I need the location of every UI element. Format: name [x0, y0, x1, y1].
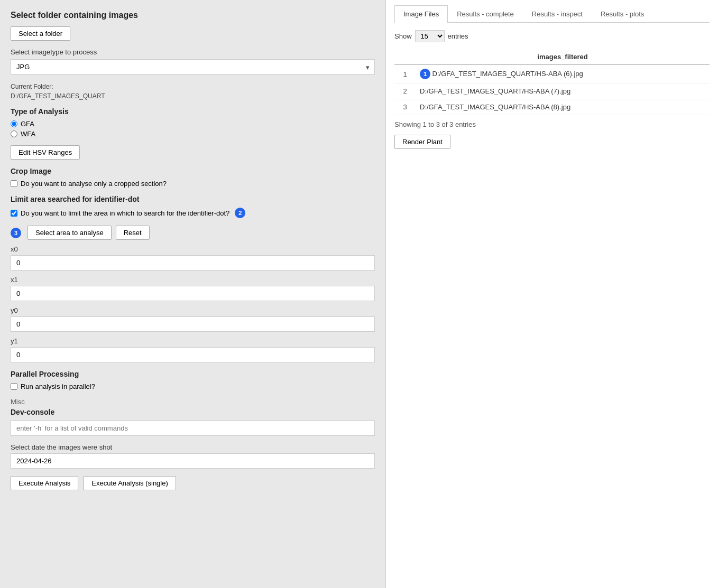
col-num-header — [394, 50, 416, 64]
imagetype-select[interactable]: JPG PNG TIFF — [11, 59, 375, 74]
y0-label: y0 — [11, 306, 375, 314]
x1-label: x1 — [11, 276, 375, 284]
select-folder-button[interactable]: Select a folder — [11, 26, 70, 41]
table-row: 3D:/GFA_TEST_IMAGES_QUART/HS-ABA (8).jpg — [394, 99, 710, 115]
dev-console-input[interactable] — [11, 421, 375, 436]
date-field: Select date the images were shot — [11, 443, 375, 469]
bottom-buttons: Execute Analysis Execute Analysis (singl… — [11, 476, 375, 490]
tab-results-inspect[interactable]: Results - inspect — [523, 5, 592, 22]
left-panel: Select folder containing images Select a… — [0, 0, 386, 588]
y1-field: y1 — [11, 337, 375, 362]
x1-input[interactable] — [11, 286, 375, 301]
x0-label: x0 — [11, 245, 375, 253]
gfa-label: GFA — [21, 120, 34, 128]
row-number: 2 — [394, 83, 416, 99]
current-folder-label: Current Folder: — [11, 83, 53, 90]
gfa-radio[interactable] — [11, 120, 17, 127]
parallel-checkbox-label[interactable]: Run analysis in parallel? — [11, 382, 375, 390]
table-row: 2D:/GFA_TEST_IMAGES_QUART/HS-ABA (7).jpg — [394, 83, 710, 99]
row-badge: 1 — [420, 69, 430, 79]
y1-label: y1 — [11, 337, 375, 345]
show-label: Show — [394, 32, 412, 40]
col-images-header: images_filtered — [416, 50, 710, 64]
limit-area-title: Limit area searched for identifier-dot — [11, 195, 375, 203]
main-title: Select folder containing images — [11, 11, 375, 20]
table-row: 11 D:/GFA_TEST_IMAGES_QUART/HS-ABA (6).j… — [394, 64, 710, 83]
y0-input[interactable] — [11, 316, 375, 332]
row-number: 1 — [394, 64, 416, 83]
y0-field: y0 — [11, 306, 375, 332]
crop-checkbox[interactable] — [11, 180, 17, 187]
current-folder-value: D:/GFA_TEST_IMAGES_QUART — [11, 92, 105, 100]
parallel-title: Parallel Processing — [11, 370, 375, 378]
x0-field: x0 — [11, 245, 375, 270]
right-panel: Image Files Results - complete Results -… — [386, 0, 718, 588]
imagetype-label: Select imagetype to process — [11, 48, 375, 56]
parallel-checkbox[interactable] — [11, 383, 17, 390]
limit-area-checkbox-text: Do you want to limit the area in which t… — [21, 209, 229, 217]
select-area-button[interactable]: Select area to analyse — [27, 226, 112, 240]
row-path: 1 D:/GFA_TEST_IMAGES_QUART/HS-ABA (6).jp… — [416, 64, 710, 83]
crop-image-title: Crop Image — [11, 167, 375, 175]
execute-analysis-single-button[interactable]: Execute Analysis (single) — [84, 476, 176, 490]
parallel-checkbox-text: Run analysis in parallel? — [21, 382, 95, 390]
show-entries-select[interactable]: 10 15 25 50 100 — [415, 30, 445, 42]
y1-input[interactable] — [11, 347, 375, 362]
image-files-table: images_filtered 11 D:/GFA_TEST_IMAGES_QU… — [394, 50, 710, 115]
step2-badge: 2 — [235, 208, 245, 218]
execute-analysis-button[interactable]: Execute Analysis — [11, 476, 78, 490]
step3-badge: 3 — [11, 228, 21, 238]
date-input[interactable] — [11, 453, 375, 469]
tab-image-files[interactable]: Image Files — [394, 5, 448, 23]
crop-checkbox-text: Do you want to analyse only a cropped se… — [21, 180, 167, 188]
crop-checkbox-label[interactable]: Do you want to analyse only a cropped se… — [11, 180, 375, 188]
misc-label: Misc — [11, 398, 375, 406]
x0-input[interactable] — [11, 255, 375, 270]
row-path: D:/GFA_TEST_IMAGES_QUART/HS-ABA (7).jpg — [416, 83, 710, 99]
current-folder-info: Current Folder: D:/GFA_TEST_IMAGES_QUART — [11, 82, 375, 101]
wfa-label: WFA — [21, 130, 35, 138]
showing-text: Showing 1 to 3 of 3 entries — [394, 120, 710, 128]
tab-results-complete[interactable]: Results - complete — [448, 5, 523, 22]
analysis-type-title: Type of Analysis — [11, 107, 375, 116]
tab-results-plots[interactable]: Results - plots — [592, 5, 653, 22]
row-number: 3 — [394, 99, 416, 115]
image-files-table-container: images_filtered 11 D:/GFA_TEST_IMAGES_QU… — [394, 50, 710, 115]
wfa-radio-label[interactable]: WFA — [11, 130, 375, 138]
row-path: D:/GFA_TEST_IMAGES_QUART/HS-ABA (8).jpg — [416, 99, 710, 115]
render-plant-button[interactable]: Render Plant — [394, 135, 450, 149]
dev-console-label: Dev-console — [11, 408, 375, 416]
reset-button[interactable]: Reset — [116, 226, 150, 240]
select-area-row: 3 Select area to analyse Reset — [11, 226, 375, 240]
limit-area-checkbox[interactable] — [11, 210, 17, 217]
gfa-radio-label[interactable]: GFA — [11, 120, 375, 128]
limit-area-checkbox-label[interactable]: Do you want to limit the area in which t… — [11, 208, 375, 218]
analysis-type-group: GFA WFA — [11, 120, 375, 138]
x1-field: x1 — [11, 276, 375, 301]
imagetype-select-wrapper: JPG PNG TIFF ▾ — [11, 59, 375, 74]
edit-hsv-button[interactable]: Edit HSV Ranges — [11, 145, 80, 160]
wfa-radio[interactable] — [11, 130, 17, 137]
tabs-bar: Image Files Results - complete Results -… — [394, 5, 710, 23]
entries-label: entries — [448, 32, 468, 40]
show-entries-row: Show 10 15 25 50 100 entries — [394, 30, 710, 42]
date-label: Select date the images were shot — [11, 443, 375, 451]
